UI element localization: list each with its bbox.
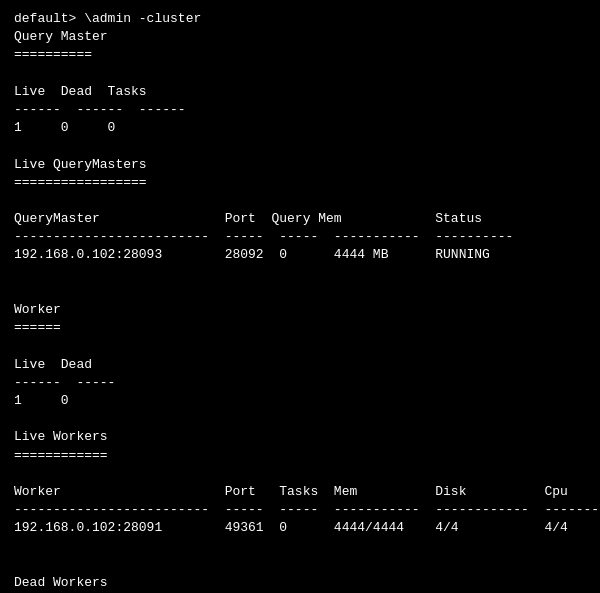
live-workers-label: Live Workers <box>14 428 586 446</box>
blank-1 <box>14 65 586 83</box>
qm-table-row: 192.168.0.102:28093 28092 0 4444 MB RUNN… <box>14 246 586 264</box>
worker-stats-separator: ------ ----- <box>14 374 586 392</box>
blank-9 <box>14 537 586 555</box>
worker-table-separator: ------------------------- ----- ----- --… <box>14 501 586 519</box>
blank-8 <box>14 465 586 483</box>
query-master-header: Query Master <box>14 28 586 46</box>
blank-3 <box>14 192 586 210</box>
qm-stats-values: 1 0 0 <box>14 119 586 137</box>
live-qm-label: Live QueryMasters <box>14 156 586 174</box>
qm-stats-separator: ------ ------ ------ <box>14 101 586 119</box>
dead-workers-label: Dead Workers <box>14 574 586 592</box>
blank-5 <box>14 283 586 301</box>
live-qm-separator: ================= <box>14 174 586 192</box>
blank-6 <box>14 337 586 355</box>
blank-2 <box>14 137 586 155</box>
worker-separator-1: ====== <box>14 319 586 337</box>
blank-7 <box>14 410 586 428</box>
blank-10 <box>14 556 586 574</box>
qm-table-separator: ------------------------- ----- ----- --… <box>14 228 586 246</box>
qm-table-header: QueryMaster Port Query Mem Status <box>14 210 586 228</box>
worker-table-row: 192.168.0.102:28091 49361 0 4444/4444 4/… <box>14 519 586 537</box>
qm-separator-1: ========== <box>14 46 586 64</box>
qm-stats-header: Live Dead Tasks <box>14 83 586 101</box>
prompt-line: default> \admin -cluster <box>14 10 586 28</box>
worker-stats-header: Live Dead <box>14 356 586 374</box>
live-workers-separator: ============ <box>14 447 586 465</box>
blank-4 <box>14 265 586 283</box>
worker-header: Worker <box>14 301 586 319</box>
worker-table-header: Worker Port Tasks Mem Disk Cpu Status <box>14 483 586 501</box>
worker-stats-values: 1 0 <box>14 392 586 410</box>
